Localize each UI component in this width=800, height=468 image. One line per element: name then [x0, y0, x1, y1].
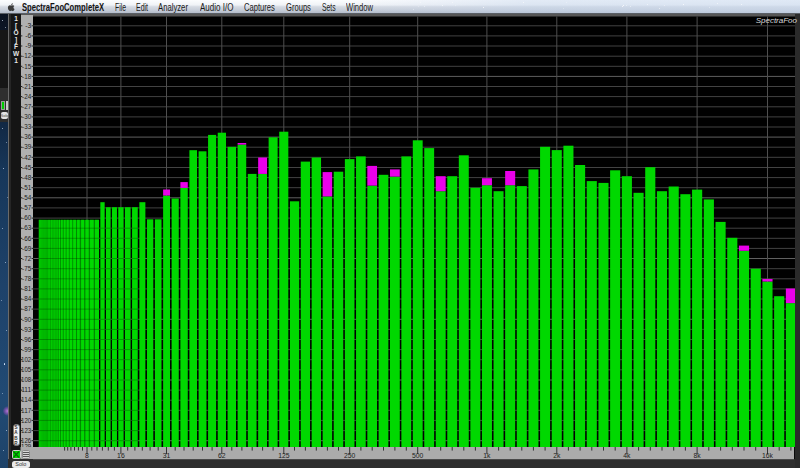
svg-text:-21: -21	[22, 83, 31, 90]
svg-text:-33: -33	[22, 123, 31, 130]
svg-text:-24: -24	[22, 93, 31, 100]
svg-text:-63: -63	[22, 224, 31, 231]
svg-text:-69: -69	[22, 245, 31, 252]
svg-text:-84: -84	[22, 295, 31, 302]
svg-text:-93: -93	[22, 326, 31, 333]
svg-text:-27: -27	[22, 103, 31, 110]
svg-text:-3: -3	[25, 22, 31, 29]
svg-text:-66: -66	[22, 235, 31, 242]
svg-text:-42: -42	[22, 154, 31, 161]
svg-text:-30: -30	[22, 113, 31, 120]
svg-text:-12: -12	[22, 52, 31, 59]
svg-text:-96: -96	[22, 336, 31, 343]
svg-text:-45: -45	[22, 164, 31, 171]
svg-text:-72: -72	[22, 255, 31, 262]
svg-text:-48: -48	[22, 174, 31, 181]
svg-text:-18: -18	[22, 73, 31, 80]
svg-text:-78: -78	[22, 275, 31, 282]
svg-text:-90: -90	[22, 316, 31, 323]
svg-text:-15: -15	[22, 63, 31, 70]
svg-text:-99: -99	[22, 346, 31, 353]
svg-text:-9: -9	[25, 42, 31, 49]
svg-text:-6: -6	[25, 32, 31, 39]
svg-text:-87: -87	[22, 305, 31, 312]
svg-text:-57: -57	[22, 204, 31, 211]
svg-text:-81: -81	[22, 285, 31, 292]
svg-text:-75: -75	[22, 265, 31, 272]
svg-text:-36: -36	[22, 133, 31, 140]
svg-text:-54: -54	[22, 194, 31, 201]
svg-text:-39: -39	[22, 143, 31, 150]
svg-text:-60: -60	[22, 214, 31, 221]
svg-text:-51: -51	[22, 184, 31, 191]
